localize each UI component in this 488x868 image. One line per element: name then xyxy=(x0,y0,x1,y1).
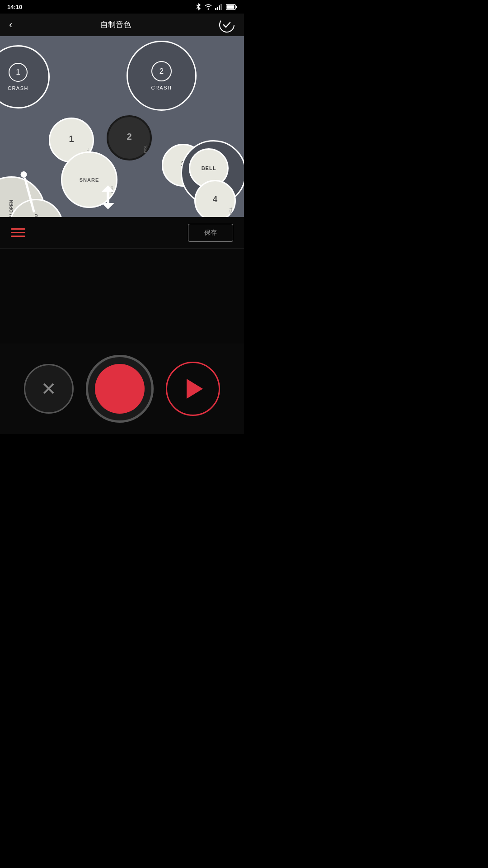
recording-area xyxy=(0,249,244,344)
record-indicator xyxy=(95,364,145,414)
play-icon xyxy=(187,379,203,399)
snare-label: SNARE xyxy=(80,177,99,183)
time-display: 14:10 xyxy=(7,4,22,10)
cancel-icon: ✕ xyxy=(41,380,56,398)
header: ‹ 自制音色 xyxy=(0,14,244,36)
tom1-number: 1 xyxy=(69,134,74,144)
svg-marker-8 xyxy=(102,185,114,192)
signal-icon xyxy=(215,4,223,10)
battery-icon xyxy=(226,4,237,10)
back-button[interactable]: ‹ xyxy=(9,19,12,31)
control-top-row: 保存 xyxy=(0,217,244,249)
tom2-number: 2 xyxy=(127,132,131,142)
svg-rect-0 xyxy=(215,8,216,10)
play-button[interactable] xyxy=(166,362,220,416)
bluetooth-icon xyxy=(195,3,202,10)
tom4-label: TOM xyxy=(229,208,233,216)
svg-rect-2 xyxy=(219,5,220,10)
confirm-button[interactable] xyxy=(219,17,235,33)
control-area: 保存 ✕ xyxy=(0,217,244,434)
crash1-label: CRASH xyxy=(8,85,28,91)
crash2-number: 2 xyxy=(151,61,172,81)
crash2-pad[interactable]: 2 CRASH xyxy=(127,41,197,111)
tom2-pad[interactable]: 2 TOM xyxy=(107,115,152,160)
svg-rect-6 xyxy=(227,5,235,9)
svg-rect-3 xyxy=(221,4,222,10)
svg-point-7 xyxy=(220,18,234,32)
menu-line-1 xyxy=(11,228,25,230)
page-title: 自制音色 xyxy=(100,19,131,30)
crash1-number: 1 xyxy=(9,63,28,82)
drum-kit-area: 1 CRASH HH OPEN HH CLOSED 1 TOM 2 TOM 2 … xyxy=(0,36,244,217)
svg-marker-10 xyxy=(102,203,114,209)
status-bar: 14:10 xyxy=(0,0,244,14)
cancel-button[interactable]: ✕ xyxy=(24,364,74,414)
tom2-label: TOM xyxy=(143,145,147,153)
menu-line-3 xyxy=(11,236,25,237)
playback-controls: ✕ xyxy=(0,344,244,434)
status-icons xyxy=(195,3,237,10)
tom4-pad[interactable]: 4 TOM xyxy=(194,180,236,217)
svg-rect-1 xyxy=(217,7,218,10)
svg-rect-9 xyxy=(107,192,109,203)
record-button[interactable] xyxy=(86,355,154,423)
tom4-number: 4 xyxy=(213,195,217,204)
bass-pedal-icon xyxy=(102,185,114,210)
svg-rect-5 xyxy=(236,6,237,8)
wifi-icon xyxy=(204,4,212,10)
crash1-pad[interactable]: 1 CRASH xyxy=(0,45,50,108)
save-button[interactable]: 保存 xyxy=(188,224,233,242)
menu-line-2 xyxy=(11,232,25,233)
crash2-label: CRASH xyxy=(151,85,172,90)
menu-button[interactable] xyxy=(11,228,25,237)
bell-label: BELL xyxy=(202,165,216,171)
